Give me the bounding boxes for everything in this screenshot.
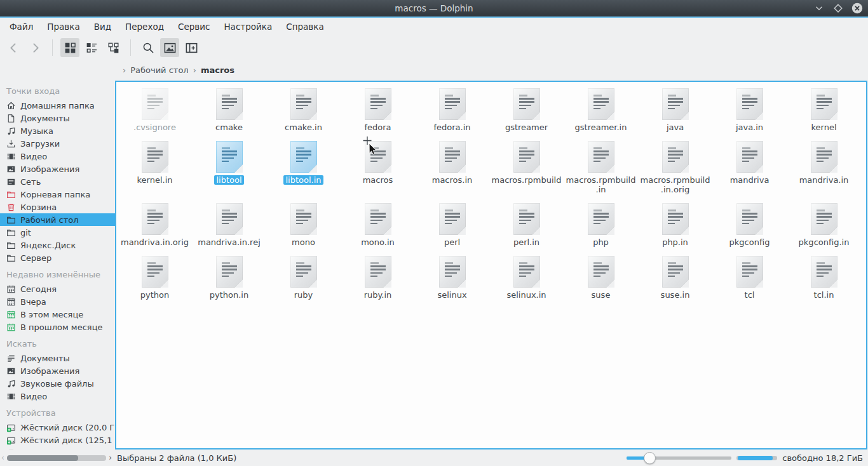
file-item[interactable]: mandriva.in.rej bbox=[192, 203, 266, 247]
file-item[interactable]: selinux.in bbox=[489, 256, 564, 300]
sidebar-item[interactable]: Корзина bbox=[0, 201, 115, 213]
file-item[interactable]: gstreamer bbox=[489, 88, 564, 132]
file-item[interactable]: perl.in bbox=[489, 203, 564, 247]
maximize-button[interactable] bbox=[832, 3, 844, 14]
file-item[interactable]: mandriva.in.orig bbox=[118, 203, 192, 247]
menu-item[interactable]: Справка bbox=[279, 19, 330, 34]
menu-item[interactable]: Правка bbox=[40, 19, 86, 34]
file-item[interactable]: ruby.in bbox=[341, 256, 415, 300]
sidebar-item[interactable]: Сменный носитель (14,6 bbox=[0, 446, 115, 449]
file-item[interactable]: mandriva bbox=[712, 141, 787, 185]
zoom-slider[interactable] bbox=[627, 452, 731, 463]
menu-item[interactable]: Вид bbox=[87, 19, 118, 34]
sidebar-item[interactable]: Корневая папка bbox=[0, 188, 115, 201]
file-item[interactable]: suse bbox=[564, 256, 638, 300]
sidebar-item[interactable]: В прошлом месяце bbox=[0, 321, 115, 333]
sidebar-item[interactable]: Яндекс.Диск bbox=[0, 239, 115, 251]
close-button[interactable] bbox=[851, 3, 863, 14]
menu-item[interactable]: Переход bbox=[118, 19, 171, 34]
icons-view-button[interactable] bbox=[60, 38, 79, 57]
sidebar-item[interactable]: Жёсткий диск (20,0 ГиБ) bbox=[0, 421, 115, 434]
sidebar-item[interactable]: Сегодня bbox=[0, 283, 115, 295]
zoom-slider-handle[interactable] bbox=[644, 452, 656, 464]
back-button[interactable] bbox=[4, 38, 23, 57]
breadcrumb-item[interactable]: macros bbox=[201, 65, 234, 75]
file-item[interactable]: perl bbox=[415, 203, 489, 247]
tree-view-button[interactable] bbox=[104, 38, 123, 57]
file-item[interactable]: libtool bbox=[192, 141, 266, 185]
minimize-button[interactable] bbox=[813, 3, 825, 14]
file-item[interactable]: tcl bbox=[712, 256, 787, 300]
sidebar-item[interactable]: Звуковые файлы bbox=[0, 377, 115, 390]
file-icon-line bbox=[817, 108, 824, 110]
menu-item[interactable]: Настройка bbox=[217, 19, 279, 34]
sidebar-scrollbar[interactable]: ‹ › bbox=[1, 453, 112, 462]
file-item[interactable]: kernel.in bbox=[118, 141, 192, 185]
sidebar-item[interactable]: Изображения bbox=[0, 163, 115, 175]
file-item[interactable]: pkgconfig bbox=[712, 203, 787, 247]
sidebar-item[interactable]: Сервер bbox=[0, 251, 115, 264]
folder-view[interactable]: .cvsignorecmakecmake.infedorafedora.ings… bbox=[115, 81, 867, 449]
file-item[interactable]: mandriva.in bbox=[787, 141, 861, 185]
sidebar-item[interactable]: В этом месяце bbox=[0, 308, 115, 321]
file-item[interactable]: python bbox=[118, 256, 192, 300]
file-item[interactable]: macros.rpmbuild.in.orig bbox=[638, 141, 712, 194]
file-name: macros.in bbox=[432, 175, 473, 185]
sidebar-item[interactable]: Документы bbox=[0, 112, 115, 124]
details-view-button[interactable] bbox=[82, 38, 101, 57]
file-item[interactable]: selinux bbox=[415, 256, 489, 300]
file-item[interactable]: mono bbox=[266, 203, 341, 247]
file-item[interactable]: fedora.in bbox=[415, 88, 489, 132]
file-item[interactable]: gstreamer.in bbox=[564, 88, 638, 132]
toolbar-separator bbox=[52, 39, 53, 56]
sidebar-item[interactable]: Загрузки bbox=[0, 137, 115, 150]
file-item[interactable]: kernel bbox=[787, 88, 861, 132]
sidebar-item[interactable]: Изображения bbox=[0, 364, 115, 377]
sidebar-item[interactable]: Сеть bbox=[0, 175, 115, 188]
search-button[interactable] bbox=[139, 38, 158, 57]
sidebar-item[interactable]: Вчера bbox=[0, 295, 115, 308]
file-name: mono bbox=[292, 237, 315, 247]
sidebar-item[interactable]: Жёсткий диск (125,1 ГиБ) bbox=[0, 434, 115, 446]
split-view-button[interactable] bbox=[182, 38, 201, 57]
file-icon bbox=[439, 141, 466, 173]
file-item[interactable]: fedora bbox=[341, 88, 415, 132]
scrollbar-track[interactable] bbox=[7, 455, 106, 461]
sidebar-item[interactable]: Музыка bbox=[0, 124, 115, 137]
menu-item[interactable]: Сервис bbox=[171, 19, 217, 34]
sidebar-item[interactable]: Видео bbox=[0, 390, 115, 403]
sidebar-item[interactable]: Домашняя папка bbox=[0, 99, 115, 112]
file-item[interactable]: cmake bbox=[192, 88, 266, 132]
file-item[interactable]: ruby bbox=[266, 256, 341, 300]
preview-button[interactable] bbox=[160, 38, 179, 57]
file-icon-line bbox=[817, 265, 832, 267]
file-item[interactable]: .cvsignore bbox=[118, 88, 192, 132]
scroll-left-icon[interactable]: ‹ bbox=[1, 453, 4, 462]
file-item[interactable]: tcl.in bbox=[787, 256, 861, 300]
file-item[interactable]: suse.in bbox=[638, 256, 712, 300]
file-item[interactable]: php.in bbox=[638, 203, 712, 247]
sidebar-item[interactable]: git bbox=[0, 226, 115, 239]
menu-item[interactable]: Файл bbox=[3, 19, 40, 34]
sidebar-item[interactable]: Видео bbox=[0, 150, 115, 163]
file-item[interactable]: php bbox=[564, 203, 638, 247]
sidebar-item[interactable]: Документы bbox=[0, 352, 115, 364]
file-item[interactable]: cmake.in bbox=[266, 88, 341, 132]
file-item[interactable]: java bbox=[638, 88, 712, 132]
file-item[interactable]: macros.rpmbuild.in bbox=[564, 141, 638, 194]
forward-button[interactable] bbox=[25, 38, 44, 57]
file-item[interactable]: pkgconfig.in bbox=[787, 203, 861, 247]
scroll-right-icon[interactable]: › bbox=[109, 453, 112, 462]
file-item[interactable]: macros.rpmbuild bbox=[489, 141, 564, 185]
titlebar[interactable]: macros — Dolphin bbox=[0, 0, 868, 18]
file-item[interactable]: python.in bbox=[192, 256, 266, 300]
file-item[interactable]: java.in bbox=[712, 88, 787, 132]
file-item[interactable]: libtool.in bbox=[266, 141, 341, 185]
file-item[interactable]: mono.in bbox=[341, 203, 415, 247]
file-item[interactable]: macros.in bbox=[415, 141, 489, 185]
sidebar-item[interactable]: Рабочий стол bbox=[0, 213, 115, 226]
file-item[interactable]: macros bbox=[341, 141, 415, 185]
scrollbar-thumb[interactable] bbox=[7, 455, 79, 461]
breadcrumb-item[interactable]: Рабочий стол bbox=[130, 65, 188, 75]
sidebar-section-header: Устройства bbox=[6, 408, 115, 418]
